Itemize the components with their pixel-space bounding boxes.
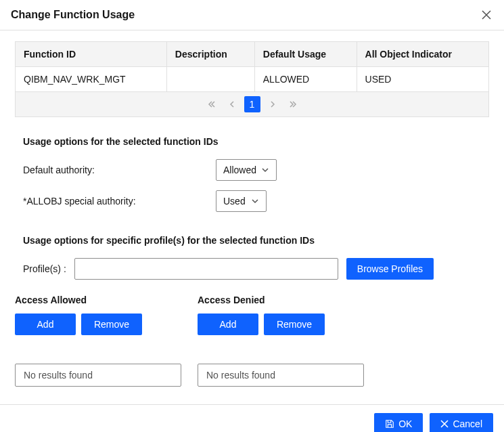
dialog-footer: OK Cancel	[0, 404, 504, 432]
access-allowed-section: Access Allowed Add Remove No results fou…	[15, 295, 181, 387]
function-table: Function ID Description Default Usage Al…	[15, 41, 489, 92]
usage-options-heading: Usage options for the selected function …	[23, 136, 481, 147]
dialog-header: Change Function Usage	[0, 0, 504, 30]
ok-button[interactable]: OK	[374, 413, 423, 432]
allowed-remove-button[interactable]: Remove	[81, 314, 142, 335]
chevron-right-icon	[269, 100, 276, 108]
access-denied-heading: Access Denied	[198, 295, 364, 305]
col-default-usage: Default Usage	[254, 42, 357, 67]
chevron-down-icon	[261, 167, 269, 173]
browse-profiles-button[interactable]: Browse Profiles	[346, 258, 434, 280]
table-header-row: Function ID Description Default Usage Al…	[16, 42, 489, 67]
allobj-label: *ALLOBJ special authority:	[23, 196, 216, 207]
next-page-button[interactable]	[265, 96, 281, 112]
page-1-button[interactable]: 1	[244, 96, 260, 112]
cell-function-id: QIBM_NAV_WRK_MGT	[16, 67, 167, 92]
default-authority-value: Allowed	[223, 165, 256, 175]
cancel-label: Cancel	[453, 418, 482, 429]
chevron-double-left-icon	[208, 100, 216, 108]
allobj-select[interactable]: Used	[216, 190, 267, 212]
table-row[interactable]: QIBM_NAV_WRK_MGT ALLOWED USED	[16, 67, 489, 92]
cell-description	[166, 67, 254, 92]
access-denied-section: Access Denied Add Remove No results foun…	[198, 295, 364, 387]
chevron-double-right-icon	[289, 100, 297, 108]
cell-all-object-indicator: USED	[357, 67, 488, 92]
col-description: Description	[166, 42, 254, 67]
access-allowed-heading: Access Allowed	[15, 295, 181, 305]
chevron-down-icon	[251, 198, 259, 204]
allowed-results[interactable]: No results found	[15, 364, 181, 387]
col-all-object-indicator: All Object Indicator	[357, 42, 488, 67]
cell-default-usage: ALLOWED	[254, 67, 357, 92]
prev-page-button[interactable]	[224, 96, 240, 112]
save-icon	[385, 419, 394, 429]
default-authority-label: Default authority:	[23, 165, 216, 175]
close-button[interactable]	[480, 8, 493, 22]
close-icon	[482, 10, 491, 20]
pagination: 1	[15, 92, 489, 117]
default-authority-select[interactable]: Allowed	[216, 159, 277, 181]
denied-add-button[interactable]: Add	[198, 314, 258, 335]
profiles-input[interactable]	[74, 258, 338, 280]
allobj-value: Used	[223, 196, 246, 207]
last-page-button[interactable]	[285, 96, 301, 112]
denied-remove-button[interactable]: Remove	[264, 314, 325, 335]
cancel-button[interactable]: Cancel	[430, 413, 493, 432]
profile-options-heading: Usage options for specific profile(s) fo…	[23, 235, 481, 246]
first-page-button[interactable]	[204, 96, 220, 112]
ok-label: OK	[398, 418, 412, 429]
col-function-id: Function ID	[16, 42, 167, 67]
allowed-add-button[interactable]: Add	[15, 314, 76, 335]
profiles-label: Profile(s) :	[23, 263, 66, 274]
chevron-left-icon	[229, 100, 235, 108]
dialog-title: Change Function Usage	[11, 9, 135, 21]
change-function-usage-dialog: Change Function Usage Function ID Descri…	[0, 0, 504, 432]
close-icon	[440, 420, 449, 428]
denied-results[interactable]: No results found	[198, 364, 364, 387]
